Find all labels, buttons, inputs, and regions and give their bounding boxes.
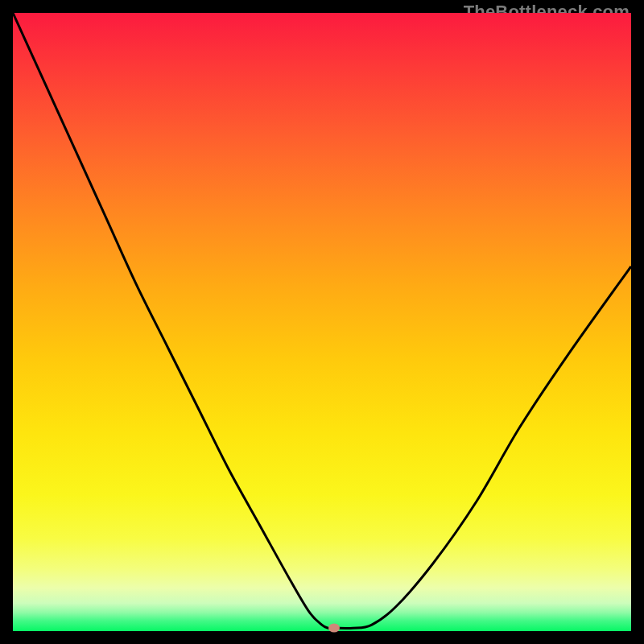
highlight-marker [328,624,340,633]
bottleneck-curve-path [13,13,631,628]
plot-area [13,13,631,631]
curve-svg [13,13,631,631]
chart-container: TheBottleneck.com [0,0,644,644]
